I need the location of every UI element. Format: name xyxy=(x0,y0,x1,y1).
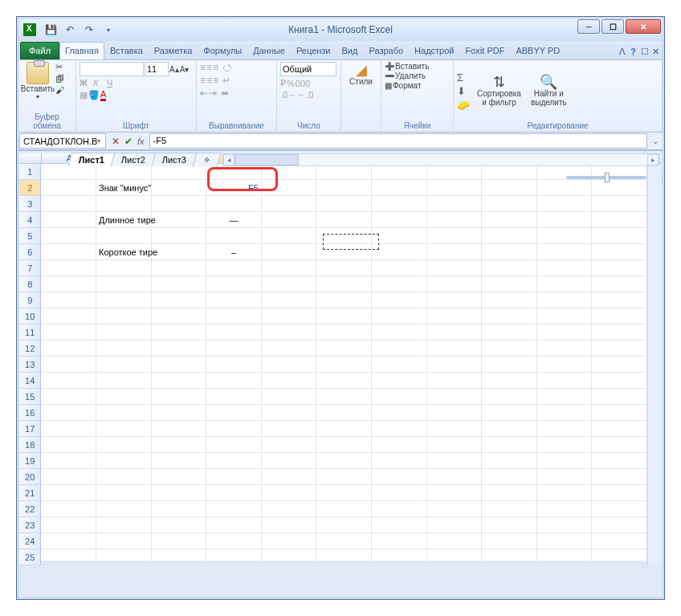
cell-E8[interactable] xyxy=(262,276,317,292)
cell-H7[interactable] xyxy=(427,260,483,276)
cell-B13[interactable] xyxy=(96,357,152,373)
cell-I3[interactable] xyxy=(482,196,537,212)
cell-K5[interactable] xyxy=(592,228,647,244)
cell-H23[interactable] xyxy=(427,517,483,533)
tab-insert[interactable]: Вставка xyxy=(104,42,149,59)
cell-J19[interactable] xyxy=(537,453,593,469)
cell-E12[interactable] xyxy=(262,341,317,357)
cell-K7[interactable] xyxy=(592,260,647,276)
cell-J24[interactable] xyxy=(537,533,593,549)
cell-H8[interactable] xyxy=(427,276,483,292)
cell-A18[interactable] xyxy=(41,437,96,453)
cell-B1[interactable] xyxy=(96,164,152,180)
cell-F17[interactable] xyxy=(316,421,372,437)
row-header[interactable]: 15 xyxy=(19,389,41,405)
cell-I16[interactable] xyxy=(482,405,537,421)
tab-abbyy[interactable]: ABBYY PD xyxy=(510,42,565,59)
cell-D14[interactable] xyxy=(206,373,262,389)
row-header[interactable]: 11 xyxy=(19,324,41,341)
tab-formulas[interactable]: Формулы xyxy=(198,42,247,59)
indent-left-icon[interactable]: ⇤ xyxy=(200,88,208,99)
autosum-icon[interactable]: Σ xyxy=(457,71,470,84)
cell-G11[interactable] xyxy=(372,324,427,341)
cell-G1[interactable] xyxy=(372,164,427,180)
cell-K9[interactable] xyxy=(592,292,647,308)
cell-E20[interactable] xyxy=(262,469,317,485)
sheet-tab-2[interactable]: Лист2 xyxy=(111,153,157,166)
cell-F21[interactable] xyxy=(316,485,372,501)
cell-B21[interactable] xyxy=(96,485,152,501)
cell-I21[interactable] xyxy=(482,485,537,501)
cell-G10[interactable] xyxy=(372,308,427,324)
sheet-tab-3[interactable]: Лист3 xyxy=(152,153,198,166)
cell-C20[interactable] xyxy=(152,469,207,485)
cell-G22[interactable] xyxy=(372,501,427,517)
percent-icon[interactable]: % xyxy=(287,79,295,88)
cell-K17[interactable] xyxy=(592,421,647,437)
tab-addins[interactable]: Надстрой xyxy=(409,42,459,59)
hscroll-right-icon[interactable]: ▸ xyxy=(647,154,659,165)
cell-E5[interactable] xyxy=(262,228,317,244)
cell-K3[interactable] xyxy=(592,196,647,212)
cell-G12[interactable] xyxy=(372,341,427,357)
cell-J13[interactable] xyxy=(537,357,593,373)
cell-E25[interactable] xyxy=(262,549,317,565)
cell-F22[interactable] xyxy=(316,501,372,517)
minimize-button[interactable]: ─ xyxy=(577,19,600,34)
cell-A9[interactable] xyxy=(41,292,96,308)
align-center-icon[interactable]: ≡ xyxy=(206,75,212,86)
cell-I7[interactable] xyxy=(482,260,537,276)
cell-E23[interactable] xyxy=(262,517,317,533)
cell-E19[interactable] xyxy=(262,453,317,469)
cell-J22[interactable] xyxy=(537,501,593,517)
cell-J6[interactable] xyxy=(537,244,593,260)
cut-icon[interactable]: ✂ xyxy=(55,62,64,72)
cell-J16[interactable] xyxy=(537,405,593,421)
cell-A23[interactable] xyxy=(41,517,96,533)
cell-G20[interactable] xyxy=(372,469,427,485)
cell-F15[interactable] xyxy=(316,389,372,405)
cell-I14[interactable] xyxy=(482,373,537,389)
row-header[interactable]: 7 xyxy=(19,260,41,276)
tab-developer[interactable]: Разрабо xyxy=(363,42,409,59)
cell-J15[interactable] xyxy=(537,389,593,405)
align-left-icon[interactable]: ≡ xyxy=(200,75,206,86)
cell-A5[interactable] xyxy=(41,228,96,244)
cell-G19[interactable] xyxy=(372,453,427,469)
cell-C22[interactable] xyxy=(152,501,207,517)
cell-C15[interactable] xyxy=(152,389,207,405)
cell-A20[interactable] xyxy=(41,469,96,485)
cell-J8[interactable] xyxy=(537,276,593,292)
merge-icon[interactable]: ⬌ xyxy=(221,88,229,99)
fill-color-icon[interactable]: 🪣 xyxy=(88,90,100,100)
copy-icon[interactable]: 🗐 xyxy=(55,74,64,84)
cell-F1[interactable] xyxy=(316,164,372,180)
cell-B16[interactable] xyxy=(96,405,152,421)
cell-E2[interactable] xyxy=(262,180,317,196)
cell-H22[interactable] xyxy=(427,501,483,517)
cell-E7[interactable] xyxy=(262,260,317,276)
cell-E1[interactable] xyxy=(262,164,317,180)
cell-A16[interactable] xyxy=(41,405,96,421)
cell-J2[interactable] xyxy=(537,180,593,196)
cell-K25[interactable] xyxy=(592,549,647,565)
cell-A13[interactable] xyxy=(41,357,96,373)
cell-J12[interactable] xyxy=(537,341,593,357)
cell-B2[interactable]: Знак "минус" xyxy=(96,180,152,196)
cell-C17[interactable] xyxy=(152,421,207,437)
cell-K20[interactable] xyxy=(592,469,647,485)
orientation-icon[interactable]: ⭯ xyxy=(222,62,232,73)
cell-A22[interactable] xyxy=(41,501,96,517)
cell-J21[interactable] xyxy=(537,485,593,501)
styles-button[interactable]: ◢ Стили xyxy=(347,62,375,88)
cell-E13[interactable] xyxy=(262,357,317,373)
cell-I1[interactable] xyxy=(482,164,537,180)
cell-H6[interactable] xyxy=(427,244,483,260)
cell-K19[interactable] xyxy=(592,453,647,469)
cell-I13[interactable] xyxy=(482,357,537,373)
cell-D18[interactable] xyxy=(206,437,262,453)
cell-F23[interactable] xyxy=(316,517,372,533)
cell-F6[interactable] xyxy=(316,244,372,260)
row-header[interactable]: 21 xyxy=(19,485,41,501)
cell-H24[interactable] xyxy=(427,533,483,549)
